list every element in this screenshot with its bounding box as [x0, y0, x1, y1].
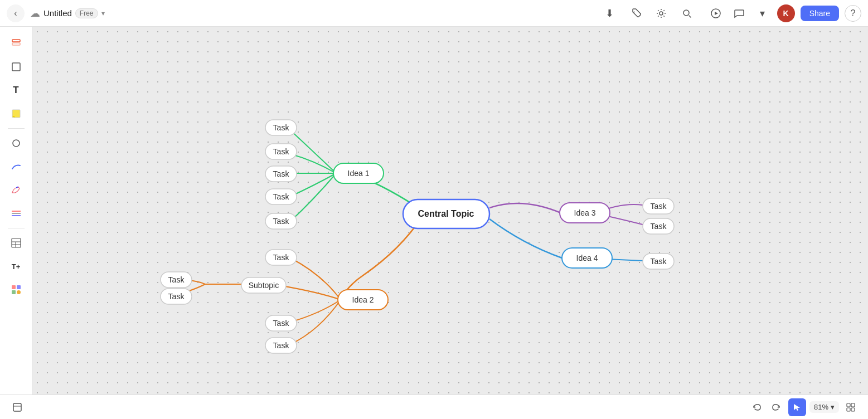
left-sidebar: T T+ [0, 27, 32, 419]
download-button[interactable]: ⬇ [601, 4, 619, 22]
pages-tool[interactable] [5, 32, 27, 55]
svg-text:Task: Task [651, 257, 667, 266]
zoom-level[interactable]: 81% ▾ [809, 401, 839, 413]
undo-button[interactable] [748, 399, 765, 416]
help-button[interactable]: ? [845, 5, 861, 22]
svg-rect-7 [12, 63, 20, 71]
svg-text:Subtopic: Subtopic [249, 281, 279, 290]
svg-text:Idea 1: Idea 1 [348, 169, 370, 178]
table-tool[interactable] [5, 232, 27, 254]
zoom-chevron-icon: ▾ [831, 403, 835, 411]
cloud-icon: ☁ [30, 7, 40, 20]
tag-button[interactable] [627, 4, 644, 22]
frame-tool[interactable] [5, 56, 27, 78]
line-tool[interactable] [5, 155, 27, 178]
svg-text:Task: Task [273, 147, 290, 156]
svg-point-2 [683, 10, 689, 16]
svg-rect-17 [12, 285, 16, 289]
svg-point-1 [660, 12, 663, 15]
shapes-tool[interactable] [5, 132, 27, 154]
svg-rect-65 [851, 408, 855, 411]
fit-to-screen-button[interactable] [842, 399, 859, 416]
cursor-tool [788, 398, 806, 416]
back-button[interactable]: ‹ [7, 4, 25, 22]
svg-text:Idea 2: Idea 2 [352, 295, 374, 304]
search-button[interactable] [678, 4, 696, 22]
svg-marker-61 [794, 404, 800, 411]
svg-text:Task: Task [273, 192, 290, 201]
timeline-button[interactable] [9, 399, 26, 416]
svg-text:Task: Task [168, 292, 185, 301]
canvas-area[interactable]: Idea 1 Task Task Task Task Task [32, 27, 868, 394]
svg-text:Task: Task [273, 253, 290, 262]
user-avatar: K [777, 4, 795, 22]
svg-text:Task: Task [651, 202, 667, 211]
svg-text:Task: Task [273, 169, 290, 178]
svg-text:Task: Task [168, 275, 185, 284]
svg-text:Idea 4: Idea 4 [576, 254, 598, 262]
svg-text:Idea 3: Idea 3 [574, 208, 596, 217]
pen-tool[interactable] [5, 179, 27, 201]
svg-rect-64 [847, 408, 850, 411]
text2-tool[interactable]: T+ [5, 255, 27, 277]
svg-text:Task: Task [273, 217, 290, 226]
connector-tool[interactable] [5, 202, 27, 225]
bottom-bar: 81% ▾ [0, 394, 868, 419]
svg-rect-13 [12, 238, 21, 247]
present-button[interactable] [707, 4, 725, 22]
svg-text:Central Topic: Central Topic [418, 209, 474, 218]
svg-text:Task: Task [273, 319, 290, 328]
sidebar-divider-1 [8, 128, 25, 129]
svg-rect-62 [847, 403, 850, 407]
svg-rect-18 [17, 285, 21, 289]
mindmap-svg: Idea 1 Task Task Task Task Task [32, 27, 868, 394]
svg-rect-59 [13, 403, 21, 411]
text-tool[interactable]: T [5, 79, 27, 101]
svg-text:Task: Task [651, 222, 667, 231]
comment-button[interactable] [730, 4, 748, 22]
svg-point-20 [17, 290, 21, 294]
free-badge: Free [75, 8, 98, 18]
more-dropdown-button[interactable]: ▾ [754, 4, 772, 22]
redo-button[interactable] [768, 399, 785, 416]
svg-point-0 [633, 11, 634, 12]
svg-rect-5 [12, 40, 20, 42]
chevron-down-icon: ▾ [101, 9, 105, 17]
sidebar-divider-2 [8, 228, 25, 228]
svg-rect-19 [12, 290, 16, 294]
sticky-tool[interactable] [5, 103, 27, 125]
svg-rect-6 [12, 43, 20, 45]
settings-button[interactable] [652, 4, 670, 22]
share-button[interactable]: Share [801, 6, 839, 21]
svg-marker-4 [715, 12, 718, 15]
doc-title: Untitled [43, 8, 72, 18]
svg-text:Task: Task [273, 123, 290, 132]
svg-rect-63 [851, 403, 855, 407]
svg-point-9 [13, 140, 20, 147]
svg-text:Task: Task [273, 341, 290, 350]
advanced-tool[interactable] [5, 279, 27, 301]
